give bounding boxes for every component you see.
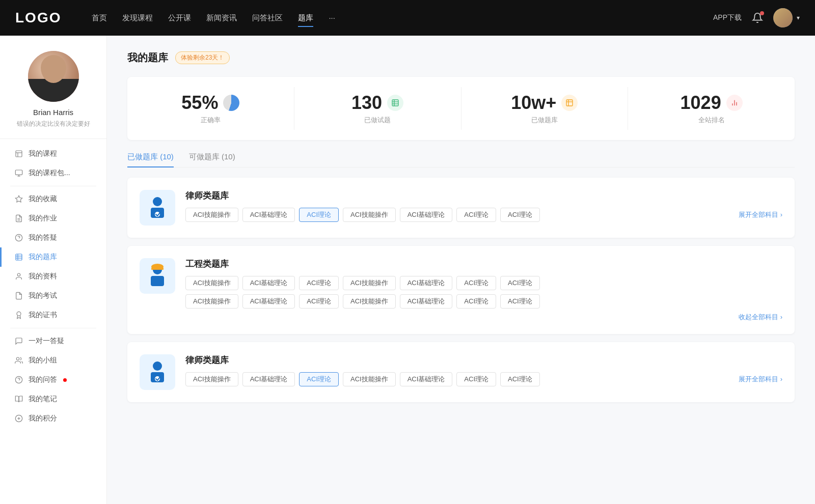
tag-0-5[interactable]: ACI理论: [456, 208, 496, 222]
tag-0-4[interactable]: ACI基础理论: [400, 208, 453, 222]
tag-2-1[interactable]: ACI基础理论: [242, 372, 295, 386]
tag-0-2[interactable]: ACI理论: [299, 208, 339, 222]
sidebar-item-groups[interactable]: 我的小组: [0, 351, 106, 370]
accuracy-chart-icon: [223, 95, 239, 111]
tag-2-5[interactable]: ACI理论: [456, 372, 496, 386]
tag-1-3[interactable]: ACI技能操作: [343, 276, 396, 290]
sidebar-item-course-package-label: 我的课程包...: [29, 169, 70, 178]
ranking-icon: [726, 95, 743, 111]
sidebar-item-certificate[interactable]: 我的证书: [0, 305, 106, 325]
tag-1-s6[interactable]: ACI理论: [500, 294, 540, 309]
tag-1-s4[interactable]: ACI基础理论: [400, 294, 453, 309]
expand-link-1[interactable]: 收起全部科目 ›: [739, 313, 782, 322]
sidebar-item-homework[interactable]: 我的作业: [0, 209, 106, 228]
certificate-icon: [14, 311, 23, 320]
tab-done[interactable]: 已做题库 (10): [127, 152, 174, 167]
courses-icon: [14, 149, 23, 158]
sidebar-menu: 我的课程 我的课程包... 我的收藏 我的作业: [0, 139, 106, 433]
chevron-down-icon[interactable]: ▾: [797, 14, 800, 21]
course-package-icon: [14, 169, 23, 178]
groups-icon: [14, 356, 23, 365]
app-download-button[interactable]: APP下载: [713, 13, 742, 22]
nav-qbank[interactable]: 题库: [298, 11, 313, 25]
stat-questions-done-label: 已做试题: [305, 116, 451, 125]
sidebar-item-points-label: 我的积分: [29, 414, 57, 423]
main-nav: 首页 发现课程 公开课 新闻资讯 问答社区 题库 ···: [92, 11, 713, 25]
nav-qa[interactable]: 问答社区: [252, 11, 283, 25]
tab-available[interactable]: 可做题库 (10): [189, 152, 235, 167]
sidebar-item-tutoring[interactable]: 一对一答疑: [0, 331, 106, 351]
sidebar-item-questions[interactable]: 我的问答: [0, 370, 106, 389]
tag-1-2[interactable]: ACI理论: [299, 276, 339, 290]
notification-dot: [760, 11, 764, 15]
svg-point-38: [153, 361, 162, 371]
sidebar-item-courses-label: 我的课程: [29, 149, 57, 158]
qbank-header-0: 律师类题库 ACI技能操作 ACI基础理论 ACI理论 ACI技能操作 ACI基…: [140, 190, 782, 226]
nav-more[interactable]: ···: [329, 11, 335, 25]
sidebar-item-qa[interactable]: 我的答疑: [0, 228, 106, 247]
notification-bell[interactable]: [752, 12, 763, 23]
stat-questions-done-value: 130: [305, 92, 451, 114]
qbank-header-2: 律师类题库 ACI技能操作 ACI基础理论 ACI理论 ACI技能操作 ACI基…: [140, 354, 782, 390]
sidebar-item-certificate-label: 我的证书: [29, 311, 57, 320]
tag-2-6[interactable]: ACI理论: [500, 372, 540, 386]
svg-marker-6: [15, 195, 22, 202]
sidebar-item-courses[interactable]: 我的课程: [0, 144, 106, 163]
tag-1-s3[interactable]: ACI技能操作: [343, 294, 396, 309]
user-avatar-img: [28, 51, 79, 102]
tag-1-s5[interactable]: ACI理论: [456, 294, 496, 309]
qbank-name-1: 工程类题库: [185, 258, 782, 270]
tag-2-0[interactable]: ACI技能操作: [185, 372, 238, 386]
sidebar-item-homework-label: 我的作业: [29, 214, 57, 223]
tag-2-2[interactable]: ACI理论: [299, 372, 339, 386]
expand-link-2[interactable]: 展开全部科目 ›: [739, 375, 782, 384]
nav-open-course[interactable]: 公开课: [168, 11, 191, 25]
sidebar-item-notes[interactable]: 我的笔记: [0, 389, 106, 409]
tag-1-5[interactable]: ACI理论: [456, 276, 496, 290]
expand-link-0[interactable]: 展开全部科目 ›: [739, 210, 782, 219]
tag-1-1[interactable]: ACI基础理论: [242, 276, 295, 290]
sidebar-item-course-package[interactable]: 我的课程包...: [0, 163, 106, 183]
tag-0-0[interactable]: ACI技能操作: [185, 208, 238, 222]
tag-1-4[interactable]: ACI基础理论: [400, 276, 453, 290]
stat-ranking: 1029 全站排名: [628, 87, 795, 130]
header-avatar-img: [773, 8, 793, 27]
tag-1-s2[interactable]: ACI理论: [299, 294, 339, 309]
sidebar-divider-1: [10, 186, 96, 186]
tag-1-6[interactable]: ACI理论: [500, 276, 540, 290]
svg-rect-3: [15, 170, 22, 175]
tag-2-3[interactable]: ACI技能操作: [343, 372, 396, 386]
user-menu[interactable]: ▾: [773, 8, 800, 27]
sidebar-item-exam[interactable]: 我的考试: [0, 286, 106, 305]
tag-1-0[interactable]: ACI技能操作: [185, 276, 238, 290]
svg-rect-21: [392, 100, 398, 106]
tag-0-6[interactable]: ACI理论: [500, 208, 540, 222]
qbank-header-1: 工程类题库 ACI技能操作 ACI基础理论 ACI理论 ACI技能操作 ACI基…: [140, 258, 782, 322]
tag-0-1[interactable]: ACI基础理论: [242, 208, 295, 222]
nav-news[interactable]: 新闻资讯: [206, 11, 237, 25]
qbank-info-1: 工程类题库 ACI技能操作 ACI基础理论 ACI理论 ACI技能操作 ACI基…: [185, 258, 782, 322]
sidebar-item-points[interactable]: 我的积分: [0, 409, 106, 428]
tag-2-4[interactable]: ACI基础理论: [400, 372, 453, 386]
exam-icon: [14, 291, 23, 300]
qbank-tags-1: ACI技能操作 ACI基础理论 ACI理论 ACI技能操作 ACI基础理论 AC…: [185, 276, 782, 290]
qbank-tags-0: ACI技能操作 ACI基础理论 ACI理论 ACI技能操作 ACI基础理论 AC…: [185, 208, 540, 222]
svg-rect-37: [151, 268, 164, 270]
sidebar-item-qbank[interactable]: 我的题库: [0, 247, 106, 267]
nav-discover[interactable]: 发现课程: [122, 11, 153, 25]
sidebar-item-favorites[interactable]: 我的收藏: [0, 189, 106, 209]
stat-accuracy-value: 55%: [138, 92, 284, 114]
homework-icon: [14, 214, 23, 223]
tag-0-3[interactable]: ACI技能操作: [343, 208, 396, 222]
tag-1-s0[interactable]: ACI技能操作: [185, 294, 238, 309]
stat-ranking-label: 全站排名: [638, 116, 784, 125]
nav-home[interactable]: 首页: [92, 11, 107, 25]
sidebar-item-profile[interactable]: 我的资料: [0, 267, 106, 286]
tag-1-s1[interactable]: ACI基础理论: [242, 294, 295, 309]
header-avatar[interactable]: [773, 8, 793, 27]
points-icon: [14, 414, 23, 423]
tutoring-icon: [14, 337, 23, 346]
trial-badge: 体验剩余23天！: [175, 51, 230, 64]
user-motto: 错误的决定比没有决定要好: [10, 120, 96, 128]
stat-questions-done: 130 已做试题: [294, 87, 461, 130]
